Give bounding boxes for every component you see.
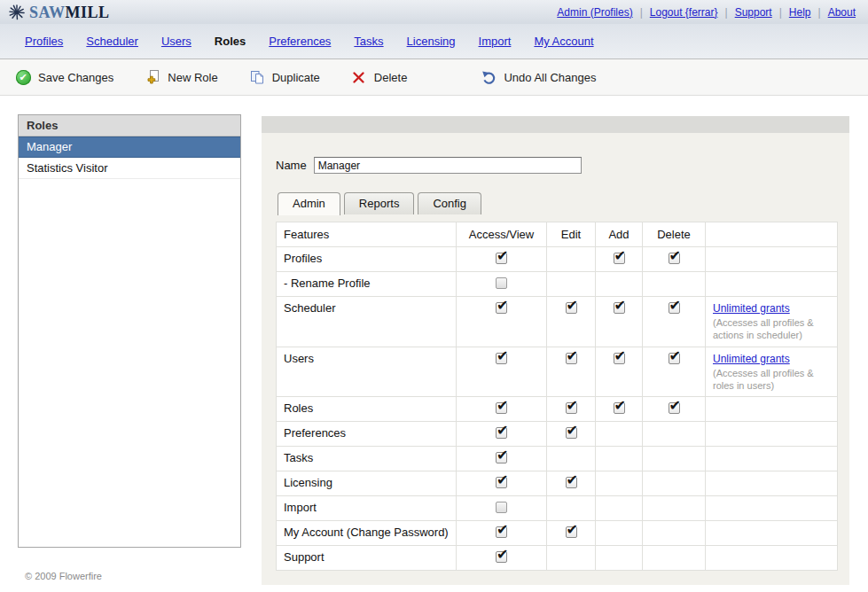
add-checkbox[interactable] — [614, 402, 625, 414]
nav-item-licensing[interactable]: Licensing — [407, 35, 456, 48]
feature-row-tasks: Tasks — [277, 447, 838, 471]
permission-cell-access — [457, 521, 547, 546]
permission-cell-edit — [547, 297, 596, 347]
add-checkbox[interactable] — [614, 253, 625, 264]
feature-row-profiles: Profiles — [277, 247, 838, 272]
unlimited-grants-link[interactable]: Unlimited grants — [713, 353, 790, 365]
delete-checkbox[interactable] — [669, 253, 680, 264]
link-separator: | — [640, 6, 643, 19]
add-checkbox[interactable] — [614, 353, 625, 364]
delete-checkbox[interactable] — [669, 302, 680, 314]
permission-cell-add — [596, 297, 643, 347]
nav-item-tasks[interactable]: Tasks — [354, 35, 383, 48]
feature-row-licensing: Licensing — [277, 471, 838, 496]
grants-cell: Unlimited grants(Accesses all profiles &… — [706, 347, 838, 397]
edit-checkbox[interactable] — [566, 302, 577, 314]
feature-name: Profiles — [277, 247, 457, 272]
access-view-checkbox[interactable] — [496, 427, 507, 439]
permission-cell-edit — [547, 247, 596, 272]
feature-name: Scheduler — [277, 297, 457, 347]
feature-name: My Account (Change Password) — [277, 521, 457, 546]
nav-item-roles[interactable]: Roles — [215, 35, 246, 48]
access-view-checkbox[interactable] — [496, 526, 507, 538]
feature-row-my-account-change-password: My Account (Change Password) — [277, 521, 838, 546]
logo-text: SAWMILL — [29, 4, 110, 20]
nav-item-scheduler[interactable]: Scheduler — [86, 35, 138, 48]
unlimited-grants-link[interactable]: Unlimited grants — [713, 302, 790, 315]
edit-checkbox[interactable] — [566, 477, 577, 488]
new-role-button[interactable]: New Role — [145, 69, 217, 85]
toolbar-button-label: Undo All Changes — [504, 71, 596, 84]
access-view-checkbox[interactable] — [496, 253, 507, 264]
header-link-help[interactable]: Help — [789, 6, 811, 19]
header-link-admin-profiles[interactable]: Admin (Profiles) — [557, 6, 632, 19]
feature-row-users: UsersUnlimited grants(Accesses all profi… — [277, 347, 838, 397]
feature-row-import: Import — [277, 496, 838, 521]
permission-cell-add — [596, 546, 643, 571]
column-header-delete: Delete — [643, 222, 706, 247]
permission-cell-delete — [643, 447, 706, 471]
permission-cell-edit — [547, 397, 596, 422]
permission-cell-delete — [643, 397, 706, 422]
roles-list: ManagerStatistics Visitor — [19, 136, 240, 179]
role-list-item-statistics-visitor[interactable]: Statistics Visitor — [19, 158, 240, 179]
header-link-support[interactable]: Support — [735, 6, 772, 19]
header-link-logout-ferrar[interactable]: Logout {ferrar} — [650, 6, 718, 19]
delete-checkbox[interactable] — [669, 402, 680, 414]
access-view-checkbox[interactable] — [496, 477, 507, 488]
table-header-row: FeaturesAccess/ViewEditAddDelete — [277, 222, 838, 247]
feature-name: Users — [277, 347, 457, 397]
grants-cell — [706, 247, 838, 272]
feature-row-roles: Roles — [277, 397, 838, 422]
link-separator: | — [818, 6, 821, 19]
grants-cell — [706, 496, 838, 521]
permission-cell-add — [596, 247, 643, 272]
role-list-item-manager[interactable]: Manager — [19, 136, 240, 158]
save-changes-button[interactable]: ✔Save Changes — [15, 69, 113, 85]
tab-reports[interactable]: Reports — [344, 192, 415, 214]
role-name-input[interactable] — [314, 157, 582, 174]
edit-checkbox[interactable] — [566, 353, 577, 364]
toolbar-button-label: Duplicate — [272, 71, 320, 84]
access-view-checkbox[interactable] — [496, 551, 507, 563]
nav-item-my-account[interactable]: My Account — [534, 35, 593, 48]
nav-item-preferences[interactable]: Preferences — [269, 35, 331, 48]
permission-cell-delete — [643, 521, 706, 546]
permission-cell-delete — [643, 471, 706, 496]
access-view-checkbox[interactable] — [496, 452, 507, 463]
link-separator: | — [725, 6, 728, 19]
nav-item-import[interactable]: Import — [479, 35, 512, 48]
edit-checkbox[interactable] — [566, 402, 577, 414]
add-checkbox[interactable] — [614, 302, 625, 314]
permission-cell-delete — [643, 247, 706, 272]
edit-checkbox[interactable] — [566, 526, 577, 538]
access-view-checkbox[interactable] — [496, 302, 507, 314]
app-logo: SAWMILL — [9, 4, 110, 20]
access-view-checkbox[interactable] — [496, 353, 507, 364]
access-view-checkbox[interactable] — [496, 277, 507, 289]
edit-checkbox[interactable] — [566, 427, 577, 439]
undo-all-changes-button[interactable]: Undo All Changes — [481, 69, 596, 85]
toolbar-button-label: New Role — [168, 71, 217, 84]
access-view-checkbox[interactable] — [496, 502, 507, 513]
grants-cell — [706, 521, 838, 546]
access-view-checkbox[interactable] — [496, 402, 507, 414]
grants-cell — [706, 272, 838, 297]
editor-header-strip — [262, 116, 849, 133]
feature-name: Import — [277, 496, 457, 521]
tab-config[interactable]: Config — [418, 192, 481, 214]
nav-item-users[interactable]: Users — [161, 35, 192, 48]
column-header-extra — [706, 222, 838, 247]
save-check-icon: ✔ — [15, 69, 31, 85]
delete-checkbox[interactable] — [669, 353, 680, 364]
column-header-features: Features — [277, 222, 457, 247]
header-link-about[interactable]: About — [828, 6, 856, 19]
feature-row-support: Support — [277, 546, 838, 571]
duplicate-button[interactable]: Duplicate — [249, 69, 320, 85]
nav-item-profiles[interactable]: Profiles — [25, 35, 63, 48]
permission-cell-delete — [643, 297, 706, 347]
tab-admin[interactable]: Admin — [278, 192, 340, 215]
permission-cell-delete — [643, 546, 706, 571]
column-header-access-view: Access/View — [457, 222, 547, 247]
delete-button[interactable]: Delete — [351, 69, 408, 85]
